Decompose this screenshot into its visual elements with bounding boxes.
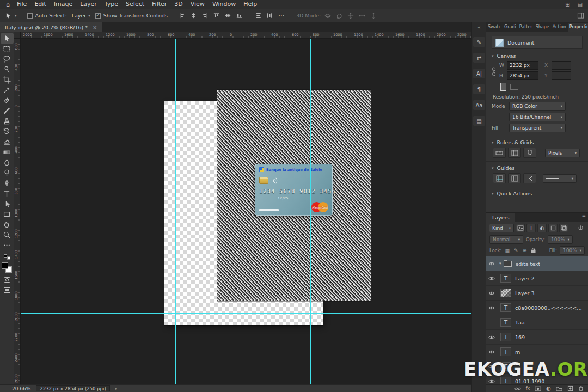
rulers-grids-section-header[interactable]: ▾ Rulers & Grids: [492, 139, 583, 145]
document-tab[interactable]: Italy id.psd @ 20.7% (RGB/16) * ×: [0, 22, 102, 32]
glyphs-panel-icon[interactable]: Aa: [473, 100, 485, 110]
canvas-viewport[interactable]: Banque la antique de Salelo 1234 5678 90…: [21, 39, 471, 384]
delete-layer-icon[interactable]: [578, 385, 584, 391]
eye-icon[interactable]: [486, 330, 497, 344]
symmetry-icon[interactable]: ⇄: [473, 53, 485, 63]
guide[interactable]: [164, 305, 323, 305]
guide[interactable]: [310, 39, 311, 384]
eye-icon[interactable]: [486, 345, 497, 359]
quick-mask-icon[interactable]: [1, 274, 14, 285]
menu-layer[interactable]: Layer: [76, 0, 101, 9]
eyedropper-tool[interactable]: [1, 85, 14, 95]
new-layer-icon[interactable]: [567, 385, 573, 391]
distribute-v-icon[interactable]: [254, 11, 263, 20]
3d-slide-icon[interactable]: [358, 11, 366, 20]
shape-tool[interactable]: [1, 209, 14, 219]
eye-empty[interactable]: [486, 315, 497, 329]
3d-scale-icon[interactable]: [369, 11, 378, 20]
hand-tool[interactable]: [1, 219, 14, 230]
share-icon[interactable]: ⊞: [565, 2, 569, 8]
blur-tool[interactable]: [1, 157, 14, 168]
align-left-icon[interactable]: [178, 11, 187, 20]
layer-mask-icon[interactable]: [535, 386, 541, 391]
filter-type-layers-icon[interactable]: T: [526, 224, 536, 232]
layer-row[interactable]: Tc8a0000000..<<<<<<<<0 d: [486, 301, 588, 315]
screen-mode-icon[interactable]: [1, 285, 14, 295]
path-select-tool[interactable]: [1, 199, 14, 209]
blend-mode-select[interactable]: Normal▾: [489, 235, 523, 244]
lock-position-icon[interactable]: ⊕: [522, 248, 528, 253]
clear-guides-button[interactable]: [523, 173, 536, 183]
portrait-icon[interactable]: [500, 83, 506, 91]
height-field[interactable]: 2854 px: [507, 71, 538, 80]
canvas-section-header[interactable]: ▾ Canvas: [492, 53, 583, 59]
filter-toggle-icon[interactable]: [576, 224, 585, 232]
eye-icon[interactable]: [486, 301, 497, 315]
bit-depth-select[interactable]: 16 Bits/Channel▾: [509, 113, 566, 121]
snap-button[interactable]: [523, 148, 536, 158]
eye-icon[interactable]: [486, 286, 497, 300]
new-guide-layout-button[interactable]: [508, 173, 521, 183]
filter-adjustment-layers-icon[interactable]: ◐: [537, 224, 547, 232]
panel-tab-action[interactable]: Action: [551, 23, 568, 32]
eraser-tool[interactable]: [1, 137, 14, 147]
show-transform-checkbox[interactable]: ✓: [95, 13, 101, 19]
guide-style-select[interactable]: ▾: [543, 174, 577, 183]
x-field[interactable]: [552, 61, 571, 70]
document-size-info[interactable]: 2232 px x 2854 px (250 ppi): [36, 385, 109, 391]
toggle-guides-button[interactable]: [493, 173, 506, 183]
ruler-units-select[interactable]: Pixels▾: [545, 149, 580, 157]
layer-row[interactable]: ▾edita text: [486, 256, 588, 271]
ruler-left[interactable]: 6004002000200400600800100012001400160018…: [14, 39, 21, 384]
menu-help[interactable]: Help: [240, 0, 261, 9]
layer-row[interactable]: T01.01.1990: [486, 374, 588, 384]
color-swatches[interactable]: [2, 262, 12, 273]
filter-smart-objects-icon[interactable]: [559, 224, 568, 232]
layer-row[interactable]: T: [486, 359, 588, 374]
layer-row[interactable]: T169: [486, 330, 588, 345]
expand-panels-icon[interactable]: «: [477, 24, 481, 30]
dodge-tool[interactable]: [1, 168, 14, 178]
default-colors-icon[interactable]: [4, 254, 10, 260]
workspace-switcher-icon[interactable]: [576, 11, 585, 20]
tab-layers[interactable]: Layers: [486, 213, 515, 222]
canvas-fill-select[interactable]: Transparent▾: [509, 124, 566, 132]
layer-row[interactable]: Layer 3: [486, 286, 588, 301]
filter-shape-layers-icon[interactable]: [548, 224, 558, 232]
align-center-h-icon[interactable]: [189, 11, 198, 20]
menu-view[interactable]: View: [187, 0, 209, 9]
workspace-icon[interactable]: ▤: [578, 2, 583, 8]
move-tool[interactable]: [1, 33, 14, 44]
pen-tool[interactable]: [1, 178, 14, 188]
3d-roll-icon[interactable]: [335, 11, 344, 20]
character-panel-icon[interactable]: A|: [473, 69, 485, 78]
menu-type[interactable]: Type: [101, 0, 122, 9]
crop-tool[interactable]: [1, 75, 14, 85]
menu-file[interactable]: File: [13, 0, 30, 9]
menu-3d[interactable]: 3D: [170, 0, 186, 9]
type-tool[interactable]: [1, 188, 14, 199]
eye-icon[interactable]: [486, 359, 497, 373]
expand-arrow-icon[interactable]: ▾: [499, 261, 501, 266]
lock-transparency-icon[interactable]: ▦: [504, 248, 510, 253]
menu-image[interactable]: Image: [50, 0, 76, 9]
guide[interactable]: [21, 313, 471, 314]
guide[interactable]: [21, 115, 471, 115]
opacity-select[interactable]: 100%▾: [548, 235, 573, 244]
foreground-color[interactable]: [2, 262, 8, 269]
lock-all-icon[interactable]: [530, 248, 536, 253]
lasso-tool[interactable]: [1, 54, 14, 64]
layer-effects-icon[interactable]: fx: [526, 386, 530, 391]
marquee-tool[interactable]: [1, 44, 14, 54]
guides-section-header[interactable]: ▾ Guides: [492, 165, 583, 171]
filter-kind-select[interactable]: Kind▾: [489, 224, 514, 232]
libraries-panel-icon[interactable]: ▤: [473, 116, 485, 126]
panel-tab-swatc[interactable]: Swatc: [486, 23, 503, 32]
more-tools[interactable]: [1, 240, 14, 250]
toggle-rulers-button[interactable]: [493, 148, 506, 158]
fill-select[interactable]: 100%▾: [560, 246, 585, 255]
brush-settings-icon[interactable]: ✎: [473, 37, 485, 47]
home-icon[interactable]: ⌂: [3, 1, 13, 8]
guide[interactable]: [164, 121, 323, 121]
color-mode-select[interactable]: RGB Color▾: [509, 102, 566, 111]
